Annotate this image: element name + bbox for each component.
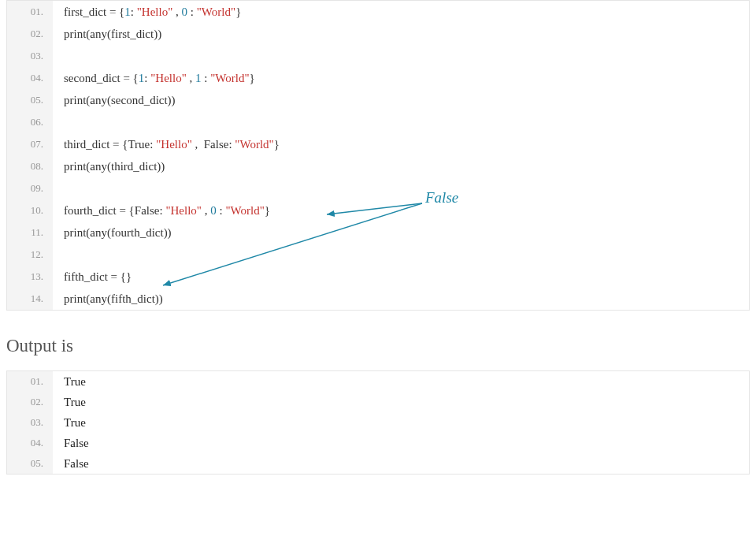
- line-content: third_dict = {True: "Hello" , False: "Wo…: [53, 133, 280, 155]
- line-number: 03.: [7, 412, 53, 433]
- line-content: fifth_dict = {}: [53, 266, 132, 288]
- line-number: 05.: [7, 89, 53, 111]
- line-number: 04.: [7, 67, 53, 89]
- code-line: 02.print(any(first_dict)): [7, 23, 749, 45]
- code-line: 04.second_dict = {1: "Hello" , 1 : "Worl…: [7, 67, 749, 89]
- output-value: True: [53, 371, 86, 392]
- code-line: 06.: [7, 111, 749, 133]
- line-number: 05.: [7, 453, 53, 474]
- code-line: 14.print(any(fifth_dict)): [7, 288, 749, 310]
- code-line: 11.print(any(fourth_dict)): [7, 221, 749, 244]
- code-line: 08.print(any(third_dict)): [7, 155, 749, 177]
- output-block: 01.True02.True03.True04.False05.False: [6, 370, 750, 475]
- line-content: fourth_dict = {False: "Hello" , 0 : "Wor…: [53, 199, 270, 221]
- section-heading: Output is: [0, 311, 756, 370]
- line-content: print(any(first_dict)): [53, 23, 161, 45]
- line-content: print(any(third_dict)): [53, 155, 165, 177]
- output-value: True: [53, 412, 86, 433]
- line-number: 11.: [7, 221, 53, 244]
- line-content: [53, 45, 64, 67]
- line-number: 06.: [7, 111, 53, 133]
- line-number: 09.: [7, 177, 53, 199]
- line-content: first_dict = {1: "Hello" , 0 : "World"}: [53, 1, 241, 23]
- code-line: 10.fourth_dict = {False: "Hello" , 0 : "…: [7, 199, 749, 221]
- line-content: print(any(second_dict)): [53, 89, 176, 111]
- code-line: 12.: [7, 244, 749, 266]
- code-line: 05.print(any(second_dict)): [7, 89, 749, 111]
- output-value: False: [53, 433, 89, 453]
- line-number: 02.: [7, 23, 53, 45]
- line-number: 01.: [7, 371, 53, 392]
- output-value: False: [53, 453, 89, 474]
- line-number: 13.: [7, 266, 53, 288]
- line-number: 03.: [7, 45, 53, 67]
- line-number: 14.: [7, 288, 53, 310]
- line-number: 07.: [7, 133, 53, 155]
- line-number: 01.: [7, 1, 53, 23]
- line-content: print(any(fourth_dict)): [53, 221, 172, 244]
- line-content: [53, 177, 64, 199]
- line-content: [53, 244, 64, 266]
- code-line: 13.fifth_dict = {}: [7, 266, 749, 288]
- code-line: 01.first_dict = {1: "Hello" , 0 : "World…: [7, 1, 749, 23]
- code-line: 03.: [7, 45, 749, 67]
- line-content: print(any(fifth_dict)): [53, 288, 163, 310]
- line-number: 04.: [7, 433, 53, 453]
- line-number: 10.: [7, 199, 53, 221]
- line-number: 08.: [7, 155, 53, 177]
- line-number: 02.: [7, 392, 53, 412]
- code-block: 01.first_dict = {1: "Hello" , 0 : "World…: [6, 0, 750, 311]
- output-line: 01.True: [7, 371, 749, 392]
- output-line: 03.True: [7, 412, 749, 433]
- output-line: 04.False: [7, 433, 749, 453]
- output-line: 05.False: [7, 453, 749, 474]
- code-line: 07.third_dict = {True: "Hello" , False: …: [7, 133, 749, 155]
- output-line: 02.True: [7, 392, 749, 412]
- code-line: 09.: [7, 177, 749, 199]
- line-content: [53, 111, 64, 133]
- line-number: 12.: [7, 244, 53, 266]
- line-content: second_dict = {1: "Hello" , 1 : "World"}: [53, 67, 255, 89]
- output-value: True: [53, 392, 86, 412]
